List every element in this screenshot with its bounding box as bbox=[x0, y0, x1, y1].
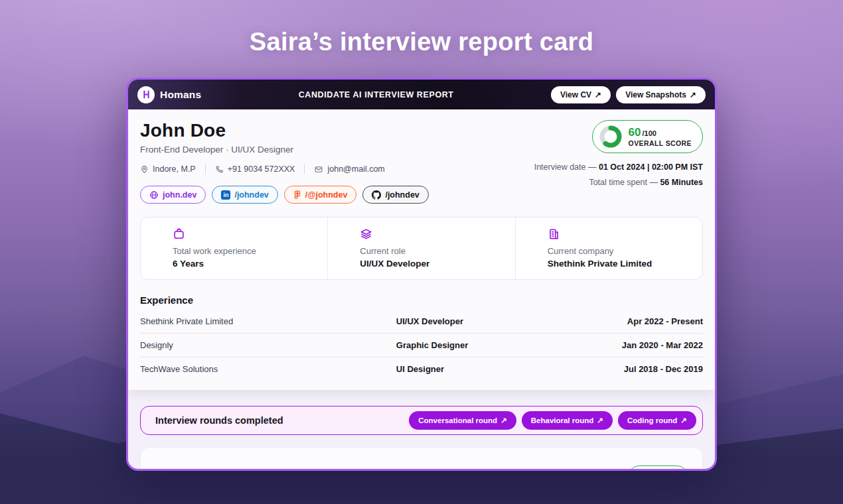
conversational-score-badge: 68 /100 SCORE bbox=[627, 466, 689, 472]
briefcase-icon bbox=[173, 227, 185, 240]
conversational-round-button[interactable]: Conversational round ↗ bbox=[409, 411, 516, 430]
overall-score-label: OVERALL SCORE bbox=[629, 139, 692, 147]
phone-icon bbox=[215, 165, 224, 174]
phone-text: +91 9034 572XXX bbox=[228, 164, 295, 174]
interview-date-line: Interview date — 01 Oct 2024 | 02:00 PM … bbox=[534, 162, 703, 172]
score-donut-icon bbox=[633, 469, 651, 472]
figma-link-badge[interactable]: /@johndev bbox=[284, 186, 357, 204]
external-arrow-icon: ↗ bbox=[500, 416, 507, 425]
current-role-card: Current role UI/UX Developer bbox=[327, 218, 514, 279]
location-text: Indore, M.P bbox=[153, 164, 196, 174]
email-item: john@mail.com bbox=[314, 164, 384, 174]
external-arrow-icon: ↗ bbox=[595, 90, 601, 99]
experience-row: Shethink Private Limited UI/UX Developer… bbox=[140, 310, 703, 333]
coding-round-button[interactable]: Coding round ↗ bbox=[618, 411, 696, 430]
phone-item: +91 9034 572XXX bbox=[215, 164, 295, 174]
candidate-summary-section: John Doe Front-End Developer · UI/UX Des… bbox=[128, 109, 715, 390]
github-icon bbox=[372, 190, 381, 200]
page-title: Saira’s interview report card bbox=[0, 28, 843, 56]
summary-cards: Total work experience 6 Years Current ro… bbox=[140, 217, 703, 280]
summary-value: Shethink Private Limited bbox=[548, 259, 696, 269]
summary-label: Current role bbox=[360, 246, 508, 256]
divider bbox=[304, 164, 305, 174]
time-spent-label: Total time spent — bbox=[589, 178, 660, 187]
summary-label: Current company bbox=[548, 246, 696, 256]
experience-heading: Experience bbox=[140, 294, 703, 306]
experience-company: Designly bbox=[140, 340, 396, 350]
interview-date-label: Interview date — bbox=[534, 162, 599, 172]
overall-score-badge: 60 /100 OVERALL SCORE bbox=[592, 120, 703, 153]
header-actions: View CV ↗ View Snapshots ↗ bbox=[551, 86, 706, 103]
divider bbox=[205, 164, 206, 174]
overall-score-value: 60 bbox=[629, 126, 641, 139]
behavioral-round-button[interactable]: Behavioral round ↗ bbox=[522, 411, 613, 430]
globe-icon bbox=[149, 190, 159, 200]
experience-role: Graphic Designer bbox=[396, 340, 622, 350]
rounds-heading: Interview rounds completed bbox=[155, 415, 283, 426]
experience-row: TechWave Solutions UI Designer Jul 2018 … bbox=[140, 357, 703, 381]
mail-icon bbox=[314, 165, 323, 174]
building-icon bbox=[548, 227, 560, 240]
experience-period: Apr 2022 - Present bbox=[627, 316, 703, 326]
github-link-badge[interactable]: /johndev bbox=[362, 186, 428, 204]
external-arrow-icon: ↗ bbox=[690, 90, 696, 99]
linkedin-link-label: /johndev bbox=[234, 190, 268, 200]
figma-icon bbox=[293, 190, 301, 200]
external-arrow-icon: ↗ bbox=[680, 416, 687, 425]
experience-company: TechWave Solutions bbox=[140, 364, 396, 374]
location-item: Indore, M.P bbox=[140, 164, 196, 174]
homans-logo-icon bbox=[137, 86, 155, 103]
work-experience-card: Total work experience 6 Years bbox=[141, 218, 327, 279]
brand: Homans bbox=[137, 86, 201, 103]
contact-row: Indore, M.P +91 9034 572XXX john@mail.co… bbox=[140, 164, 429, 174]
brand-name: Homans bbox=[160, 89, 201, 101]
location-pin-icon bbox=[140, 165, 149, 174]
experience-role: UI/UX Developer bbox=[396, 316, 627, 326]
view-cv-button[interactable]: View CV ↗ bbox=[551, 86, 611, 103]
figma-link-label: /@johndev bbox=[305, 190, 348, 200]
layers-icon bbox=[360, 227, 372, 240]
overall-score-max: /100 bbox=[642, 129, 656, 137]
linkedin-icon: in bbox=[221, 190, 230, 200]
conversational-round-card: Conversational round 68 /100 SCORE bbox=[140, 447, 703, 471]
external-arrow-icon: ↗ bbox=[597, 416, 603, 425]
rounds-section: Interview rounds completed Conversationa… bbox=[128, 390, 715, 471]
candidate-role-line: Front-End Developer · UI/UX Designer bbox=[140, 145, 429, 155]
round-buttons: Conversational round ↗ Behavioral round … bbox=[409, 411, 696, 430]
social-links-row: john.dev in /johndev /@johndev /johndev bbox=[140, 186, 429, 204]
experience-period: Jul 2018 - Dec 2019 bbox=[624, 364, 703, 374]
website-link-label: john.dev bbox=[163, 190, 196, 200]
round-button-label: Coding round bbox=[627, 416, 677, 424]
experience-company: Shethink Private Limited bbox=[140, 316, 396, 326]
window-title: CANDIDATE AI INTERVIEW REPORT bbox=[201, 90, 551, 99]
website-link-badge[interactable]: john.dev bbox=[140, 186, 206, 204]
round-button-label: Conversational round bbox=[418, 416, 497, 424]
view-snapshots-button[interactable]: View Snapshots ↗ bbox=[616, 86, 706, 103]
conversational-score-value: 68 bbox=[655, 469, 664, 471]
interview-date-value: 01 Oct 2024 | 02:00 PM IST bbox=[599, 162, 703, 172]
candidate-name: John Doe bbox=[140, 120, 429, 141]
score-donut-icon bbox=[599, 125, 623, 149]
experience-period: Jan 2020 - Mar 2022 bbox=[622, 340, 703, 350]
summary-value: UI/UX Developer bbox=[360, 259, 508, 269]
candidate-profile: John Doe Front-End Developer · UI/UX Des… bbox=[140, 120, 429, 204]
time-spent-line: Total time spent — 56 Minutes bbox=[589, 178, 703, 187]
view-cv-label: View CV bbox=[560, 90, 591, 99]
view-snapshots-label: View Snapshots bbox=[625, 90, 686, 99]
round-button-label: Behavioral round bbox=[531, 416, 594, 424]
time-spent-value: 56 Minutes bbox=[660, 178, 703, 187]
report-window: Homans CANDIDATE AI INTERVIEW REPORT Vie… bbox=[126, 78, 717, 471]
experience-table: Shethink Private Limited UI/UX Developer… bbox=[140, 310, 703, 381]
score-and-meta: 60 /100 OVERALL SCORE Interview date — 0… bbox=[534, 120, 703, 204]
current-company-card: Current company Shethink Private Limited bbox=[515, 218, 702, 279]
summary-label: Total work experience bbox=[173, 246, 321, 256]
experience-role: UI Designer bbox=[396, 364, 624, 374]
github-link-label: /johndev bbox=[385, 190, 419, 200]
experience-row: Designly Graphic Designer Jan 2020 - Mar… bbox=[140, 333, 703, 357]
summary-value: 6 Years bbox=[173, 259, 321, 269]
email-text: john@mail.com bbox=[327, 164, 384, 174]
window-header: Homans CANDIDATE AI INTERVIEW REPORT Vie… bbox=[128, 80, 715, 109]
rounds-completed-bar: Interview rounds completed Conversationa… bbox=[140, 406, 703, 435]
linkedin-link-badge[interactable]: in /johndev bbox=[212, 186, 277, 204]
